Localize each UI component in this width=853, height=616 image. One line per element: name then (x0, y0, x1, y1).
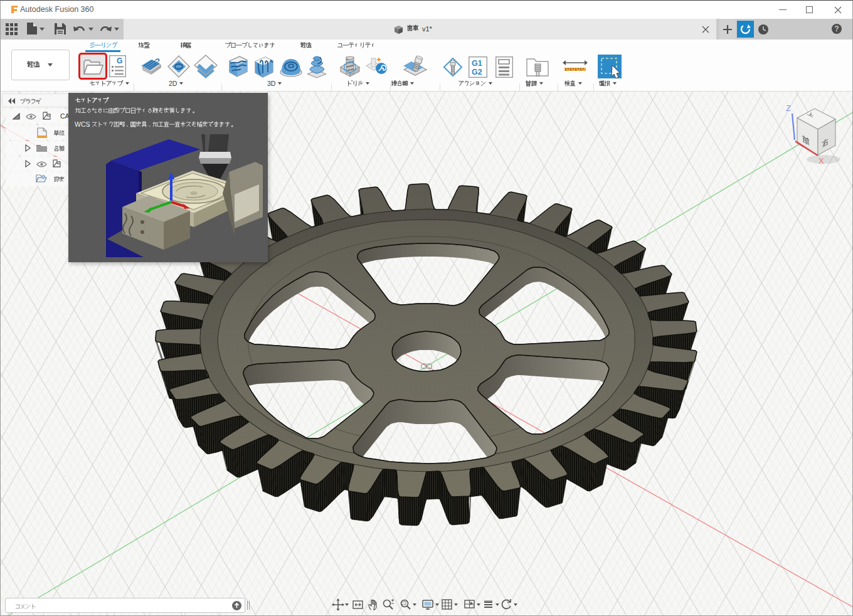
svg-text:Z: Z (786, 104, 791, 113)
svg-text:G2: G2 (472, 68, 482, 77)
svg-text:WCS: WCS (75, 120, 90, 128)
svg-text:G1: G1 (472, 59, 482, 68)
svg-text:G: G (117, 56, 122, 65)
svg-text:X: X (819, 156, 824, 166)
svg-text:v1*: v1* (422, 25, 433, 33)
